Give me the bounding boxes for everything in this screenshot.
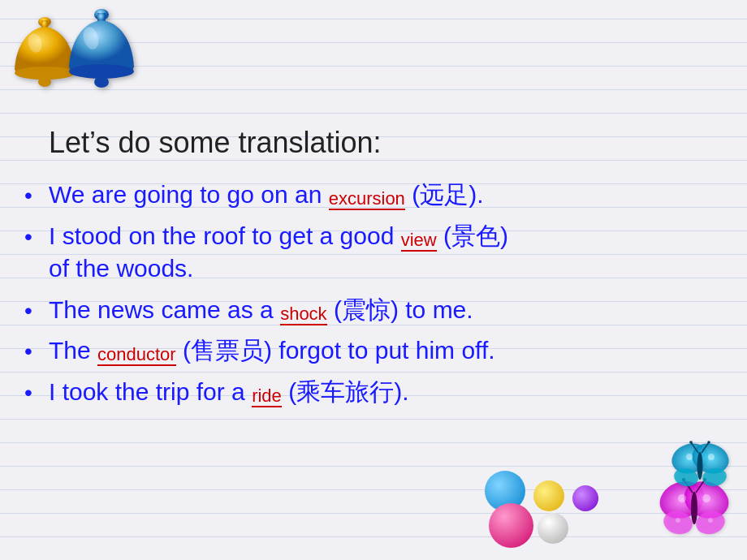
purple-ball-icon [572,485,598,511]
bullet-item-3: • The news came as a shock (震惊) to me. [24,294,731,327]
bullet-item-5: • I took the trip for a ride (乘车旅行). [24,376,731,409]
bullet-dot-5: • [24,376,49,408]
bullet-dot-3: • [24,294,49,326]
butterfly-decoration-2 [670,439,731,495]
blue-bell-icon [61,4,142,113]
balls-bottom-decoration [489,503,568,548]
bells-decoration [4,4,150,118]
bullet4-answer: conductor [97,344,176,366]
svg-point-17 [676,518,680,523]
svg-point-15 [678,494,686,502]
svg-point-27 [697,452,703,480]
bullet-item-1: • We are going to go on an excursion (远足… [24,179,731,212]
bullet2-before: I stood on the roof to get a good [49,222,401,249]
bullet-dot-1: • [24,179,49,211]
bullet2-after-line2: of the woods. [49,255,193,282]
bullet3-after: (震惊) to me. [327,296,473,323]
svg-point-33 [707,441,710,444]
bullet4-before: The [49,337,97,364]
bullet1-after: (远足). [405,181,484,208]
bullet5-after: (乘车旅行). [282,378,409,405]
svg-point-3 [38,77,51,87]
bullet1-before: We are going to go on an [49,181,329,208]
content-area: • We are going to go on an excursion (远足… [24,179,731,416]
bullet-text-5: I took the trip for a ride (乘车旅行). [49,376,731,409]
bullet1-answer: excursion [329,188,405,210]
bullet-dot-2: • [24,220,49,252]
svg-point-18 [708,518,713,523]
page-title: Let’s do some translation: [49,126,382,160]
bullet-text-4: The conductor (售票员) forgot to put him of… [49,334,731,368]
bullet3-answer: shock [280,304,326,325]
bullet3-before: The news came as a [49,296,280,323]
bullet-text-1: We are going to go on an excursion (远足). [49,179,731,212]
bullet-text-2: I stood on the roof to get a good view (… [49,220,731,286]
bullet-dot-4: • [24,334,49,367]
svg-point-29 [708,454,715,460]
pink-ball-icon [489,503,533,548]
bullet2-after-line1: (景色) [437,222,508,249]
bullet4-after: (售票员) forgot to put him off. [176,337,495,364]
svg-point-8 [94,76,109,88]
silver-ball-icon [538,513,568,544]
bullet5-before: I took the trip for a [49,378,252,405]
svg-point-16 [702,494,710,502]
svg-point-14 [691,492,697,524]
bullet-item-4: • The conductor (售票员) forgot to put him … [24,334,731,368]
svg-point-31 [689,441,693,444]
svg-point-28 [686,454,693,460]
bullet2-answer: view [401,230,437,252]
bullet-item-2: • I stood on the roof to get a good view… [24,220,731,286]
bullet5-answer: ride [252,386,282,407]
bullet-text-3: The news came as a shock (震惊) to me. [49,294,731,327]
